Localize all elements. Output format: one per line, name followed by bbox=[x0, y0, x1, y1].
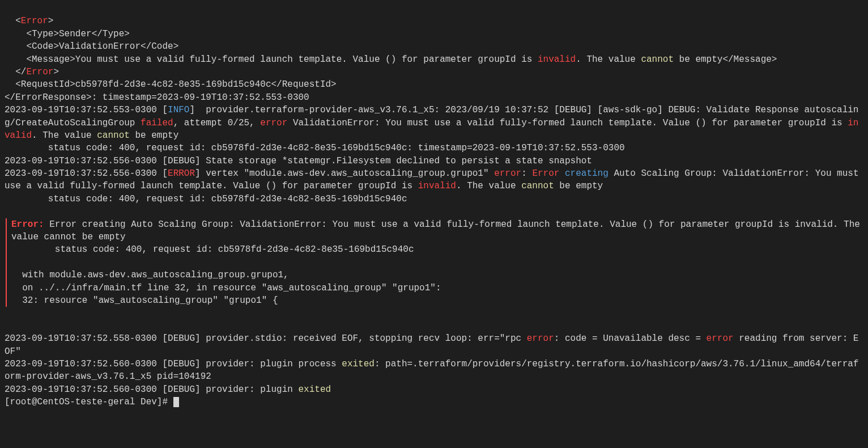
log-line: 2023-09-19T10:37:52.553-0300 [INFO] prov… bbox=[5, 105, 858, 141]
error-label: Error: bbox=[11, 219, 44, 230]
log-line: 2023-09-19T10:37:52.556-0300 [ERROR] ver… bbox=[5, 168, 864, 191]
log-line: status code: 400, request id: cb5978fd-2… bbox=[11, 244, 414, 255]
shell-prompt[interactable]: [root@CentOS-teste-geral Dev]# bbox=[5, 397, 179, 407]
log-line: with module.aws-dev.aws_autoscaling_grou… bbox=[11, 270, 289, 280]
log-line: 2023-09-19T10:37:52.560-0300 [DEBUG] pro… bbox=[5, 384, 331, 395]
log-line: <Message>You must use a valid fully-form… bbox=[5, 54, 777, 65]
log-line: 2023-09-19T10:37:52.560-0300 [DEBUG] pro… bbox=[5, 359, 858, 382]
log-line: on ../../infra/main.tf line 32, in resou… bbox=[11, 283, 441, 293]
log-line: <Error> bbox=[5, 16, 53, 26]
log-line: <Code>ValidationError</Code> bbox=[5, 41, 178, 52]
log-line: <Type>Sender</Type> bbox=[5, 29, 130, 39]
log-line: 32: resource "aws_autoscaling_group" "gr… bbox=[11, 295, 278, 306]
log-line: <RequestId>cb5978fd-2d3e-4c82-8e35-169bd… bbox=[5, 79, 337, 90]
log-line: status code: 400, request id: cb5978fd-2… bbox=[5, 194, 407, 204]
terminal-output[interactable]: <Error> <Type>Sender</Type> <Code>Valida… bbox=[0, 0, 868, 411]
log-line: status code: 400, request id: cb5978fd-2… bbox=[5, 143, 625, 153]
log-line: 2023-09-19T10:37:52.558-0300 [DEBUG] pro… bbox=[5, 333, 858, 356]
error-block: Error: Error creating Auto Scaling Group… bbox=[6, 218, 863, 307]
log-line: </ErrorResponse>: timestamp=2023-09-19T1… bbox=[5, 92, 309, 103]
log-line: </Error> bbox=[5, 67, 59, 77]
log-line: 2023-09-19T10:37:52.556-0300 [DEBUG] Sta… bbox=[5, 156, 592, 166]
cursor-icon bbox=[173, 397, 179, 407]
